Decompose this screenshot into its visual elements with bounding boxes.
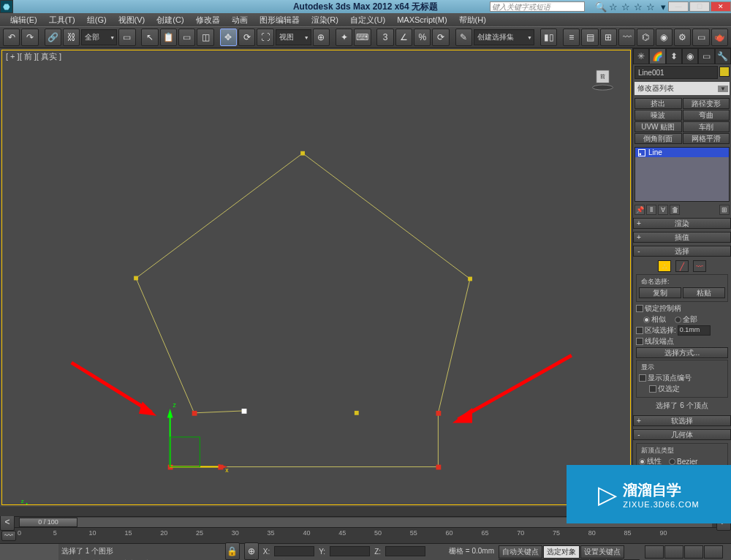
redo-button[interactable]: ↷: [21, 29, 38, 46]
zoom-extents-button[interactable]: [684, 545, 703, 559]
autokey-button[interactable]: 自动关键点: [499, 545, 542, 559]
graphite-button[interactable]: ⊞: [600, 29, 617, 46]
render-button[interactable]: 🫖: [711, 29, 728, 46]
mod-bend[interactable]: 弯曲: [683, 110, 730, 121]
infocenter-icon[interactable]: 🔍: [595, 1, 607, 12]
refcoord-dropdown[interactable]: 视图: [276, 29, 311, 45]
object-name-field[interactable]: Line001: [635, 66, 718, 79]
spinner-snap-button[interactable]: ⟳: [432, 29, 449, 46]
named-selection-dropdown[interactable]: 创建选择集: [474, 29, 534, 45]
unique-button[interactable]: ∀: [658, 205, 668, 215]
tab-motion[interactable]: ◉: [682, 48, 698, 64]
lock-selection-button[interactable]: 🔒: [225, 542, 240, 560]
mod-meshsmooth[interactable]: 网格平滑: [683, 133, 730, 144]
subscription-icon[interactable]: ☆: [607, 1, 619, 12]
similar-radio[interactable]: [643, 317, 650, 323]
tab-utilities[interactable]: 🔧: [715, 48, 731, 64]
menu-tools[interactable]: 工具(T): [43, 15, 81, 26]
help-dd-icon[interactable]: ☆: [645, 1, 656, 12]
zoom-button[interactable]: [645, 545, 664, 559]
scale-button[interactable]: ⛶: [257, 29, 273, 46]
select-name-button[interactable]: 📋: [160, 29, 177, 46]
all-radio[interactable]: [675, 317, 681, 323]
remove-mod-button[interactable]: 🗑: [670, 205, 680, 215]
selected-obj-dd[interactable]: 选定对象: [543, 545, 580, 559]
viewport[interactable]: 前: [1, 50, 631, 505]
copy-sel-button[interactable]: 复制: [639, 287, 681, 298]
timeline-ruler[interactable]: 〰 0 5 10 15 20 25 30 35 40 45 50 55 60 6…: [0, 527, 731, 543]
mirror-button[interactable]: ▮▯: [540, 29, 557, 46]
menu-customize[interactable]: 自定义(U): [344, 15, 391, 26]
object-color-swatch[interactable]: [719, 67, 730, 77]
vt-linear-radio[interactable]: [639, 458, 645, 465]
rollout-softsel[interactable]: +软选择: [633, 415, 731, 426]
mini-curve-button[interactable]: 〰: [1, 531, 16, 541]
undo-button[interactable]: ↶: [3, 29, 20, 46]
tab-hierarchy[interactable]: ⬍: [666, 48, 682, 64]
configure-sets-button[interactable]: ⊞: [719, 205, 730, 215]
menu-modifiers[interactable]: 修改器: [190, 15, 226, 26]
z-field[interactable]: [385, 546, 425, 556]
keyboard-shortcut-button[interactable]: ⌨: [354, 29, 371, 46]
help-icon[interactable]: ☆: [632, 1, 644, 12]
tab-create[interactable]: ✳: [633, 48, 649, 64]
tab-display[interactable]: ▭: [698, 48, 714, 64]
select-region-button[interactable]: ▭: [178, 29, 195, 46]
percent-snap-button[interactable]: %: [414, 29, 431, 46]
render-setup-button[interactable]: ⚙: [674, 29, 691, 46]
show-vertnum-checkbox[interactable]: [639, 374, 646, 382]
subobj-segment[interactable]: ╱: [675, 260, 689, 272]
paste-sel-button[interactable]: 粘贴: [683, 287, 725, 298]
mod-uvwmap[interactable]: UVW 贴图: [635, 121, 682, 132]
mod-extrude[interactable]: 挤出: [635, 98, 682, 109]
menu-animation[interactable]: 动画: [226, 15, 254, 26]
area-sel-checkbox[interactable]: [636, 327, 643, 334]
select-object-button[interactable]: ↖: [141, 29, 158, 46]
modifier-list-dropdown[interactable]: 修改器列表: [635, 82, 730, 95]
mod-noise[interactable]: 噪波: [635, 110, 682, 121]
edit-named-sel-button[interactable]: ✎: [455, 29, 472, 46]
layers-button[interactable]: ▤: [581, 29, 598, 46]
seg-end-checkbox[interactable]: [636, 338, 643, 345]
area-sel-spinner[interactable]: 0.1mm: [678, 325, 711, 336]
schematic-button[interactable]: ⌬: [637, 29, 654, 46]
modifier-stack[interactable]: ▪ Line: [635, 147, 730, 202]
maximize-button[interactable]: ☐: [689, 1, 710, 12]
align-button[interactable]: ≡: [563, 29, 580, 46]
window-crossing-button[interactable]: ◫: [197, 29, 213, 46]
x-field[interactable]: [274, 546, 314, 556]
pin-stack-button[interactable]: 📌: [635, 205, 645, 215]
menu-rendering[interactable]: 渲染(R): [306, 15, 344, 26]
zoom-all-button[interactable]: [664, 545, 683, 559]
exchange-icon[interactable]: ☆: [620, 1, 632, 12]
menu-create[interactable]: 创建(C): [151, 15, 189, 26]
viewport-label[interactable]: [ + ][ 前 ][ 真实 ]: [6, 51, 61, 62]
viewport-hscroll[interactable]: [0, 507, 632, 516]
rollout-rendering[interactable]: +渲染: [633, 218, 731, 229]
mod-bevelprofile[interactable]: 倒角剖面: [635, 133, 682, 144]
move-button[interactable]: ✥: [220, 29, 237, 46]
select-manipulate-button[interactable]: ✦: [336, 29, 352, 46]
mod-pathdeform[interactable]: 路径变形: [683, 98, 730, 109]
tab-modify[interactable]: 🌈: [649, 48, 665, 64]
selection-filter[interactable]: 全部: [81, 29, 117, 45]
rollout-geometry[interactable]: -几何体: [633, 429, 731, 440]
only-selected-checkbox[interactable]: [649, 385, 656, 393]
curve-editor-button[interactable]: 〰: [618, 29, 635, 46]
select-by-button[interactable]: 选择方式...: [636, 347, 728, 358]
menu-maxscript[interactable]: MAXScript(M): [391, 15, 452, 24]
zoom-extents-all-button[interactable]: [704, 545, 723, 559]
render-frame-button[interactable]: ▭: [692, 29, 709, 46]
abs-rel-button[interactable]: ⊕: [244, 542, 259, 560]
mod-lathe[interactable]: 车削: [683, 121, 730, 132]
viewcube[interactable]: 前: [590, 65, 616, 91]
show-end-button[interactable]: Ⅱ: [646, 205, 656, 215]
menu-group[interactable]: 组(G): [81, 15, 113, 26]
minimize-button[interactable]: —: [668, 1, 689, 12]
vt-bezier-radio[interactable]: [669, 458, 675, 465]
y-field[interactable]: [330, 546, 370, 556]
link-button[interactable]: 🔗: [45, 29, 61, 46]
menu-help[interactable]: 帮助(H): [453, 15, 492, 26]
time-slider-thumb[interactable]: 0 / 100: [19, 518, 77, 527]
setkey-button[interactable]: 设置关键点: [580, 545, 624, 559]
